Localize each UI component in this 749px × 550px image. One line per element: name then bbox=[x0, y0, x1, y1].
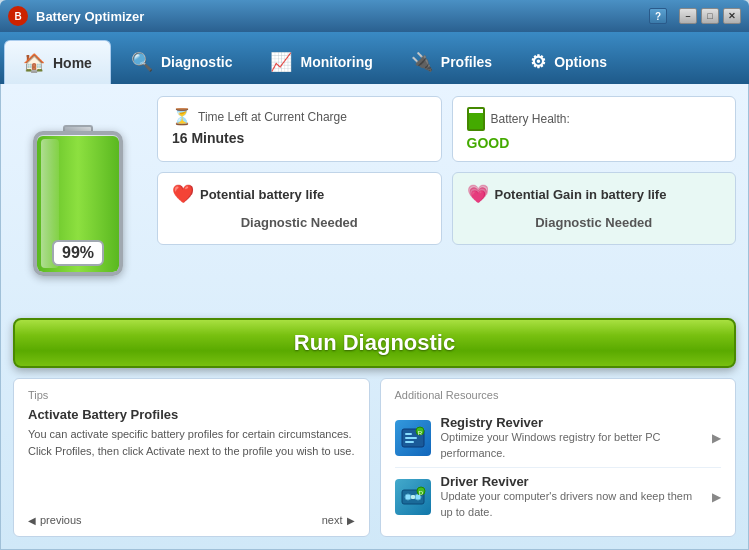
registry-reviver-text: Registry Reviver Optimize your Windows r… bbox=[441, 415, 703, 461]
battery-container: 99% bbox=[13, 96, 143, 308]
resource-registry-reviver[interactable]: R Registry Reviver Optimize your Windows… bbox=[395, 409, 722, 468]
svg-text:R: R bbox=[417, 430, 422, 436]
time-left-card: ⏳ Time Left at Current Charge 16 Minutes bbox=[157, 96, 442, 162]
svg-rect-3 bbox=[405, 441, 414, 443]
prev-arrow-icon: ◀ bbox=[28, 515, 36, 526]
registry-reviver-title: Registry Reviver bbox=[441, 415, 703, 430]
tab-diagnostic[interactable]: 🔍 Diagnostic bbox=[113, 40, 251, 84]
battery-visual: 99% bbox=[33, 125, 123, 280]
title-bar: B Battery Optimizer ? – □ ✕ bbox=[0, 0, 749, 32]
maximize-button[interactable]: □ bbox=[701, 8, 719, 24]
top-info-row: ⏳ Time Left at Current Charge 16 Minutes… bbox=[157, 96, 736, 162]
hourglass-icon: ⏳ bbox=[172, 107, 192, 126]
tips-section-label: Tips bbox=[28, 389, 355, 401]
window-controls: ? – □ ✕ bbox=[649, 8, 741, 24]
bottom-section: Tips Activate Battery Profiles You can a… bbox=[13, 378, 736, 537]
tips-prev-button[interactable]: ◀ previous bbox=[28, 514, 82, 526]
potential-life-title: Potential battery life bbox=[200, 187, 324, 202]
nav-bar: 🏠 Home 🔍 Diagnostic 📈 Monitoring 🔌 Profi… bbox=[0, 32, 749, 84]
potential-life-card: ❤️ Potential battery life Diagnostic Nee… bbox=[157, 172, 442, 245]
tab-monitoring[interactable]: 📈 Monitoring bbox=[252, 40, 390, 84]
potential-row: ❤️ Potential battery life Diagnostic Nee… bbox=[157, 172, 736, 245]
monitoring-icon: 📈 bbox=[270, 51, 292, 73]
help-button[interactable]: ? bbox=[649, 8, 667, 24]
options-icon: ⚙ bbox=[530, 51, 546, 73]
tips-text: You can activate specific battery profil… bbox=[28, 426, 355, 506]
next-arrow-icon: ▶ bbox=[347, 515, 355, 526]
battery-health-label: Battery Health: bbox=[467, 107, 722, 131]
resource-driver-reviver[interactable]: D Driver Reviver Update your computer's … bbox=[395, 468, 722, 526]
app-logo: B bbox=[8, 6, 28, 26]
potential-gain-header: 💗 Potential Gain in battery life bbox=[467, 183, 722, 205]
top-section: 99% ⏳ Time Left at Current Charge 16 Min… bbox=[13, 96, 736, 308]
tab-options[interactable]: ⚙ Options bbox=[512, 40, 625, 84]
potential-life-value: Diagnostic Needed bbox=[172, 211, 427, 234]
driver-reviver-text: Driver Reviver Update your computer's dr… bbox=[441, 474, 703, 520]
tab-home[interactable]: 🏠 Home bbox=[4, 40, 111, 84]
run-diagnostic-button[interactable]: Run Diagnostic bbox=[13, 318, 736, 368]
potential-life-header: ❤️ Potential battery life bbox=[172, 183, 427, 205]
svg-rect-1 bbox=[405, 433, 412, 435]
tips-nav: ◀ previous next ▶ bbox=[28, 514, 355, 526]
resources-section-label: Additional Resources bbox=[395, 389, 722, 401]
svg-text:D: D bbox=[418, 490, 423, 496]
profiles-icon: 🔌 bbox=[411, 51, 433, 73]
time-left-label: ⏳ Time Left at Current Charge bbox=[172, 107, 427, 126]
battery-health-card: Battery Health: GOOD bbox=[452, 96, 737, 162]
potential-gain-card: 💗 Potential Gain in battery life Diagnos… bbox=[452, 172, 737, 245]
resources-panel: Additional Resources R Registry Reviver bbox=[380, 378, 737, 537]
main-content: 99% ⏳ Time Left at Current Charge 16 Min… bbox=[0, 84, 749, 550]
heart-plus-icon: 💗 bbox=[467, 183, 489, 205]
potential-gain-title: Potential Gain in battery life bbox=[495, 187, 667, 202]
info-panel: ⏳ Time Left at Current Charge 16 Minutes… bbox=[157, 96, 736, 308]
driver-reviver-desc: Update your computer's drivers now and k… bbox=[441, 489, 703, 520]
tips-panel: Tips Activate Battery Profiles You can a… bbox=[13, 378, 370, 537]
svg-point-7 bbox=[405, 494, 411, 500]
driver-reviver-title: Driver Reviver bbox=[441, 474, 703, 489]
home-icon: 🏠 bbox=[23, 52, 45, 74]
tab-profiles[interactable]: 🔌 Profiles bbox=[393, 40, 510, 84]
registry-reviver-arrow-icon: ▶ bbox=[712, 431, 721, 445]
tips-title: Activate Battery Profiles bbox=[28, 407, 355, 422]
heart-icon: ❤️ bbox=[172, 183, 194, 205]
svg-rect-9 bbox=[411, 495, 415, 499]
battery-health-icon bbox=[467, 107, 485, 131]
registry-reviver-desc: Optimize your Windows registry for bette… bbox=[441, 430, 703, 461]
minimize-button[interactable]: – bbox=[679, 8, 697, 24]
svg-rect-2 bbox=[405, 437, 417, 439]
driver-reviver-icon: D bbox=[395, 479, 431, 515]
tips-next-button[interactable]: next ▶ bbox=[322, 514, 355, 526]
battery-health-value: GOOD bbox=[467, 135, 722, 151]
diagnostic-icon: 🔍 bbox=[131, 51, 153, 73]
registry-reviver-icon: R bbox=[395, 420, 431, 456]
battery-percent: 99% bbox=[52, 240, 104, 266]
driver-reviver-arrow-icon: ▶ bbox=[712, 490, 721, 504]
close-button[interactable]: ✕ bbox=[723, 8, 741, 24]
potential-gain-value: Diagnostic Needed bbox=[467, 211, 722, 234]
battery-body: 99% bbox=[33, 131, 123, 276]
app-title: Battery Optimizer bbox=[36, 9, 144, 24]
time-left-value: 16 Minutes bbox=[172, 130, 427, 146]
